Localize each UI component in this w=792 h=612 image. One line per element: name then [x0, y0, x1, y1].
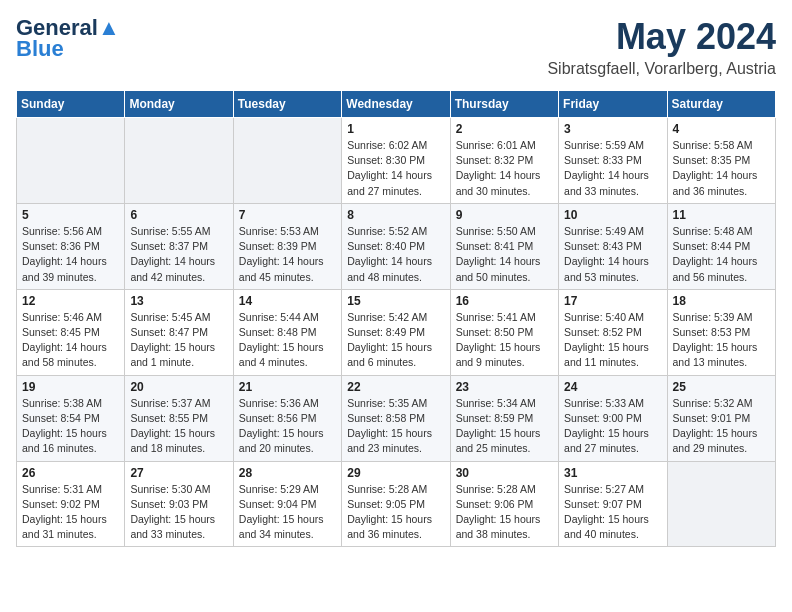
calendar-cell: 6Sunrise: 5:55 AM Sunset: 8:37 PM Daylig… — [125, 203, 233, 289]
column-header-friday: Friday — [559, 91, 667, 118]
day-number: 4 — [673, 122, 770, 136]
calendar-cell: 31Sunrise: 5:27 AM Sunset: 9:07 PM Dayli… — [559, 461, 667, 547]
day-number: 18 — [673, 294, 770, 308]
day-number: 27 — [130, 466, 227, 480]
calendar-cell — [233, 118, 341, 204]
day-info: Sunrise: 5:49 AM Sunset: 8:43 PM Dayligh… — [564, 224, 661, 285]
month-title: May 2024 — [547, 16, 776, 58]
day-number: 19 — [22, 380, 119, 394]
day-info: Sunrise: 5:34 AM Sunset: 8:59 PM Dayligh… — [456, 396, 553, 457]
day-info: Sunrise: 5:33 AM Sunset: 9:00 PM Dayligh… — [564, 396, 661, 457]
calendar-header-row: SundayMondayTuesdayWednesdayThursdayFrid… — [17, 91, 776, 118]
day-number: 31 — [564, 466, 661, 480]
day-number: 8 — [347, 208, 444, 222]
day-info: Sunrise: 5:42 AM Sunset: 8:49 PM Dayligh… — [347, 310, 444, 371]
day-number: 30 — [456, 466, 553, 480]
day-info: Sunrise: 5:35 AM Sunset: 8:58 PM Dayligh… — [347, 396, 444, 457]
day-number: 24 — [564, 380, 661, 394]
day-info: Sunrise: 5:30 AM Sunset: 9:03 PM Dayligh… — [130, 482, 227, 543]
day-info: Sunrise: 5:32 AM Sunset: 9:01 PM Dayligh… — [673, 396, 770, 457]
day-number: 26 — [22, 466, 119, 480]
day-info: Sunrise: 5:45 AM Sunset: 8:47 PM Dayligh… — [130, 310, 227, 371]
calendar-cell: 16Sunrise: 5:41 AM Sunset: 8:50 PM Dayli… — [450, 289, 558, 375]
calendar-cell: 30Sunrise: 5:28 AM Sunset: 9:06 PM Dayli… — [450, 461, 558, 547]
calendar-week-3: 12Sunrise: 5:46 AM Sunset: 8:45 PM Dayli… — [17, 289, 776, 375]
calendar-cell: 7Sunrise: 5:53 AM Sunset: 8:39 PM Daylig… — [233, 203, 341, 289]
day-number: 9 — [456, 208, 553, 222]
day-number: 20 — [130, 380, 227, 394]
day-number: 5 — [22, 208, 119, 222]
day-number: 3 — [564, 122, 661, 136]
calendar-cell: 2Sunrise: 6:01 AM Sunset: 8:32 PM Daylig… — [450, 118, 558, 204]
day-info: Sunrise: 5:58 AM Sunset: 8:35 PM Dayligh… — [673, 138, 770, 199]
calendar-cell: 17Sunrise: 5:40 AM Sunset: 8:52 PM Dayli… — [559, 289, 667, 375]
calendar-week-2: 5Sunrise: 5:56 AM Sunset: 8:36 PM Daylig… — [17, 203, 776, 289]
day-number: 6 — [130, 208, 227, 222]
day-number: 25 — [673, 380, 770, 394]
day-number: 10 — [564, 208, 661, 222]
calendar-week-5: 26Sunrise: 5:31 AM Sunset: 9:02 PM Dayli… — [17, 461, 776, 547]
day-number: 22 — [347, 380, 444, 394]
calendar-cell: 5Sunrise: 5:56 AM Sunset: 8:36 PM Daylig… — [17, 203, 125, 289]
day-number: 21 — [239, 380, 336, 394]
calendar-cell: 26Sunrise: 5:31 AM Sunset: 9:02 PM Dayli… — [17, 461, 125, 547]
day-info: Sunrise: 5:59 AM Sunset: 8:33 PM Dayligh… — [564, 138, 661, 199]
calendar-cell: 3Sunrise: 5:59 AM Sunset: 8:33 PM Daylig… — [559, 118, 667, 204]
day-number: 2 — [456, 122, 553, 136]
day-info: Sunrise: 5:41 AM Sunset: 8:50 PM Dayligh… — [456, 310, 553, 371]
calendar-cell: 25Sunrise: 5:32 AM Sunset: 9:01 PM Dayli… — [667, 375, 775, 461]
column-header-thursday: Thursday — [450, 91, 558, 118]
page-header: General▲ Blue May 2024 Sibratsgfaell, Vo… — [16, 16, 776, 78]
calendar-cell: 13Sunrise: 5:45 AM Sunset: 8:47 PM Dayli… — [125, 289, 233, 375]
day-info: Sunrise: 5:48 AM Sunset: 8:44 PM Dayligh… — [673, 224, 770, 285]
calendar-cell: 23Sunrise: 5:34 AM Sunset: 8:59 PM Dayli… — [450, 375, 558, 461]
day-info: Sunrise: 6:02 AM Sunset: 8:30 PM Dayligh… — [347, 138, 444, 199]
day-info: Sunrise: 5:36 AM Sunset: 8:56 PM Dayligh… — [239, 396, 336, 457]
calendar-cell: 12Sunrise: 5:46 AM Sunset: 8:45 PM Dayli… — [17, 289, 125, 375]
day-number: 17 — [564, 294, 661, 308]
column-header-sunday: Sunday — [17, 91, 125, 118]
day-info: Sunrise: 5:27 AM Sunset: 9:07 PM Dayligh… — [564, 482, 661, 543]
day-info: Sunrise: 5:55 AM Sunset: 8:37 PM Dayligh… — [130, 224, 227, 285]
column-header-tuesday: Tuesday — [233, 91, 341, 118]
day-info: Sunrise: 5:53 AM Sunset: 8:39 PM Dayligh… — [239, 224, 336, 285]
day-info: Sunrise: 5:40 AM Sunset: 8:52 PM Dayligh… — [564, 310, 661, 371]
calendar-cell: 18Sunrise: 5:39 AM Sunset: 8:53 PM Dayli… — [667, 289, 775, 375]
calendar-cell: 29Sunrise: 5:28 AM Sunset: 9:05 PM Dayli… — [342, 461, 450, 547]
day-number: 7 — [239, 208, 336, 222]
day-number: 11 — [673, 208, 770, 222]
calendar-cell: 9Sunrise: 5:50 AM Sunset: 8:41 PM Daylig… — [450, 203, 558, 289]
day-info: Sunrise: 5:56 AM Sunset: 8:36 PM Dayligh… — [22, 224, 119, 285]
calendar-cell: 14Sunrise: 5:44 AM Sunset: 8:48 PM Dayli… — [233, 289, 341, 375]
day-number: 12 — [22, 294, 119, 308]
day-info: Sunrise: 5:50 AM Sunset: 8:41 PM Dayligh… — [456, 224, 553, 285]
location-subtitle: Sibratsgfaell, Vorarlberg, Austria — [547, 60, 776, 78]
day-number: 16 — [456, 294, 553, 308]
calendar-cell: 20Sunrise: 5:37 AM Sunset: 8:55 PM Dayli… — [125, 375, 233, 461]
day-number: 1 — [347, 122, 444, 136]
calendar-cell: 4Sunrise: 5:58 AM Sunset: 8:35 PM Daylig… — [667, 118, 775, 204]
calendar-cell: 22Sunrise: 5:35 AM Sunset: 8:58 PM Dayli… — [342, 375, 450, 461]
column-header-monday: Monday — [125, 91, 233, 118]
calendar-cell: 11Sunrise: 5:48 AM Sunset: 8:44 PM Dayli… — [667, 203, 775, 289]
calendar-cell: 28Sunrise: 5:29 AM Sunset: 9:04 PM Dayli… — [233, 461, 341, 547]
logo-blue: Blue — [16, 36, 64, 62]
calendar-cell — [17, 118, 125, 204]
day-info: Sunrise: 5:31 AM Sunset: 9:02 PM Dayligh… — [22, 482, 119, 543]
day-info: Sunrise: 5:29 AM Sunset: 9:04 PM Dayligh… — [239, 482, 336, 543]
day-info: Sunrise: 5:44 AM Sunset: 8:48 PM Dayligh… — [239, 310, 336, 371]
calendar-cell: 19Sunrise: 5:38 AM Sunset: 8:54 PM Dayli… — [17, 375, 125, 461]
day-number: 14 — [239, 294, 336, 308]
day-number: 13 — [130, 294, 227, 308]
calendar-cell — [125, 118, 233, 204]
day-info: Sunrise: 5:52 AM Sunset: 8:40 PM Dayligh… — [347, 224, 444, 285]
day-info: Sunrise: 5:37 AM Sunset: 8:55 PM Dayligh… — [130, 396, 227, 457]
day-number: 23 — [456, 380, 553, 394]
column-header-saturday: Saturday — [667, 91, 775, 118]
day-info: Sunrise: 5:39 AM Sunset: 8:53 PM Dayligh… — [673, 310, 770, 371]
day-number: 28 — [239, 466, 336, 480]
calendar-week-1: 1Sunrise: 6:02 AM Sunset: 8:30 PM Daylig… — [17, 118, 776, 204]
column-header-wednesday: Wednesday — [342, 91, 450, 118]
day-number: 15 — [347, 294, 444, 308]
day-number: 29 — [347, 466, 444, 480]
